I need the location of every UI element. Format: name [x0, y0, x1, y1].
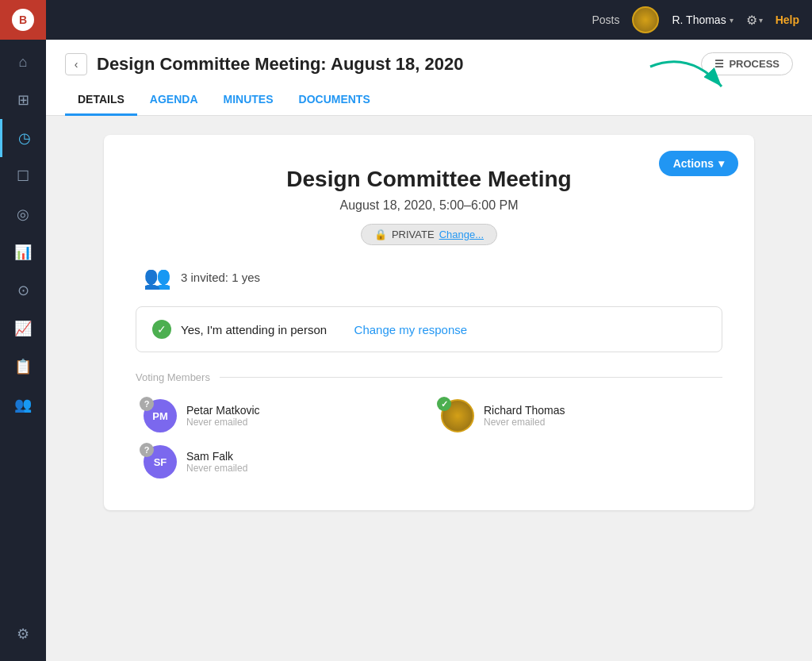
member-status-unknown-petar: ? — [140, 397, 154, 411]
member-avatar-wrap-richard: ✓ — [441, 399, 474, 432]
nav-username[interactable]: R. Thomas ▾ — [672, 13, 733, 26]
member-info-richard: Richard Thomas Never emailed — [484, 404, 565, 428]
sidebar-item-document[interactable]: ☐ — [0, 157, 46, 195]
lock-icon: 🔒 — [374, 229, 387, 240]
sidebar-item-check[interactable]: ⊙ — [0, 271, 46, 309]
header-title-row: ‹ Design Committee Meeting: August 18, 2… — [65, 53, 464, 75]
meeting-title: Design Committee Meeting — [136, 167, 722, 192]
document-icon: ☐ — [17, 167, 29, 185]
meeting-date: August 18, 2020, 5:00–6:00 PM — [136, 198, 722, 213]
grid-icon: ⊞ — [17, 91, 29, 109]
app-logo-icon: B — [12, 9, 34, 31]
process-button[interactable]: ☰ PROCESS — [701, 52, 793, 75]
sidebar-item-clock[interactable]: ◷ — [0, 119, 46, 157]
sidebar-item-people[interactable]: 👥 — [0, 386, 46, 424]
gear-chevron-icon: ▾ — [759, 16, 763, 25]
sidebar: B ⌂ ⊞ ◷ ☐ ◎ 📊 ⊙ 📈 📋 👥 ⚙ — [0, 0, 46, 661]
voting-section: Voting Members ? PM Petar Matkovic Never… — [136, 371, 722, 478]
tab-minutes-label: MINUTES — [224, 93, 274, 106]
people-icon: 👥 — [14, 396, 32, 413]
nav-gear-button[interactable]: ⚙ ▾ — [746, 13, 763, 28]
member-item-petar: ? PM Petar Matkovic Never emailed — [144, 399, 425, 432]
main-content: Actions ▾ Design Committee Meeting Augus… — [46, 116, 812, 529]
username-text: R. Thomas — [672, 13, 726, 26]
check-circle-icon: ⊙ — [17, 282, 29, 299]
page-title: Design Committee Meeting: August 18, 202… — [97, 54, 464, 75]
nav-avatar — [632, 6, 659, 33]
attending-spacer — [341, 322, 344, 336]
sidebar-item-target[interactable]: ◎ — [0, 195, 46, 233]
sidebar-item-home[interactable]: ⌂ — [0, 43, 46, 81]
top-nav: Posts R. Thomas ▾ ⚙ ▾ Help — [46, 0, 812, 40]
member-email-richard: Never emailed — [484, 417, 565, 428]
invited-text: 3 invited: 1 yes — [181, 271, 260, 284]
member-name-petar: Petar Matkovic — [186, 404, 260, 417]
sidebar-item-trend[interactable]: 📈 — [0, 309, 46, 348]
tab-minutes[interactable]: MINUTES — [211, 85, 286, 116]
tab-details[interactable]: DETAILS — [65, 85, 137, 116]
actions-button[interactable]: Actions ▾ — [659, 151, 738, 176]
content-area: ‹ Design Committee Meeting: August 18, 2… — [46, 40, 812, 661]
process-btn-wrap: ☰ PROCESS — [701, 52, 793, 75]
header-top: ‹ Design Committee Meeting: August 18, 2… — [65, 52, 793, 75]
member-status-unknown-sam: ? — [140, 443, 154, 457]
list-icon: ☰ — [714, 58, 724, 70]
sidebar-item-grid[interactable]: ⊞ — [0, 81, 46, 119]
sidebar-item-chart[interactable]: 📊 — [0, 233, 46, 271]
member-name-richard: Richard Thomas — [484, 404, 565, 417]
sidebar-bottom: ⚙ — [0, 615, 46, 653]
privacy-badge: 🔒 PRIVATE Change... — [136, 224, 722, 245]
member-name-sam: Sam Falk — [186, 450, 247, 463]
back-icon: ‹ — [75, 58, 79, 71]
actions-chevron-icon: ▾ — [718, 157, 724, 170]
main-area: Posts R. Thomas ▾ ⚙ ▾ Help ‹ Design Comm… — [46, 0, 812, 661]
clock-icon: ◷ — [18, 129, 31, 147]
sidebar-item-settings[interactable]: ⚙ — [0, 615, 46, 653]
username-chevron-icon: ▾ — [730, 16, 733, 25]
member-email-sam: Never emailed — [186, 463, 247, 474]
target-icon: ◎ — [17, 206, 29, 223]
tabs-bar: DETAILS AGENDA MINUTES DOCUMENTS — [65, 85, 793, 115]
actions-label: Actions — [673, 157, 714, 170]
sidebar-logo: B — [0, 0, 46, 40]
home-icon: ⌂ — [19, 54, 28, 71]
back-button[interactable]: ‹ — [65, 53, 87, 75]
member-status-yes-richard: ✓ — [437, 397, 451, 411]
attending-text: Yes, I'm attending in person — [181, 323, 327, 336]
invited-section: 👥 3 invited: 1 yes — [136, 264, 722, 290]
trend-icon: 📈 — [14, 320, 32, 337]
member-info-petar: Petar Matkovic Never emailed — [186, 404, 260, 428]
chart-icon: 📊 — [14, 244, 32, 261]
member-email-petar: Never emailed — [186, 417, 260, 428]
attending-check-icon: ✓ — [152, 320, 171, 339]
member-avatar-wrap-sam: ? SF — [144, 445, 177, 478]
meeting-card: Actions ▾ Design Committee Meeting Augus… — [104, 135, 754, 510]
tab-documents-label: DOCUMENTS — [299, 93, 370, 106]
gear-icon: ⚙ — [746, 13, 757, 28]
members-grid: ? PM Petar Matkovic Never emailed ✓ — [136, 399, 722, 478]
tab-details-label: DETAILS — [78, 93, 124, 106]
member-item-richard: ✓ Richard Thomas Never emailed — [441, 399, 722, 432]
settings-icon: ⚙ — [17, 625, 29, 643]
change-privacy-link[interactable]: Change... — [439, 229, 484, 240]
nav-help-link[interactable]: Help — [776, 13, 799, 26]
change-response-link[interactable]: Change my response — [354, 323, 468, 336]
attending-box: ✓ Yes, I'm attending in person Change my… — [136, 306, 722, 352]
privacy-button[interactable]: 🔒 PRIVATE Change... — [361, 224, 497, 245]
header-bar: ‹ Design Committee Meeting: August 18, 2… — [46, 40, 812, 116]
voting-label: Voting Members — [136, 371, 722, 383]
process-label: PROCESS — [729, 58, 779, 70]
tab-agenda[interactable]: AGENDA — [137, 85, 211, 116]
tab-documents[interactable]: DOCUMENTS — [286, 85, 383, 116]
notes-icon: 📋 — [14, 358, 32, 375]
nav-posts-link[interactable]: Posts — [592, 13, 619, 26]
sidebar-item-notes[interactable]: 📋 — [0, 348, 46, 386]
member-info-sam: Sam Falk Never emailed — [186, 450, 247, 474]
member-item-sam: ? SF Sam Falk Never emailed — [144, 445, 425, 478]
tab-agenda-label: AGENDA — [150, 93, 198, 106]
privacy-label: PRIVATE — [392, 229, 435, 240]
invited-people-icon: 👥 — [144, 264, 171, 290]
member-avatar-wrap-petar: ? PM — [144, 399, 177, 432]
